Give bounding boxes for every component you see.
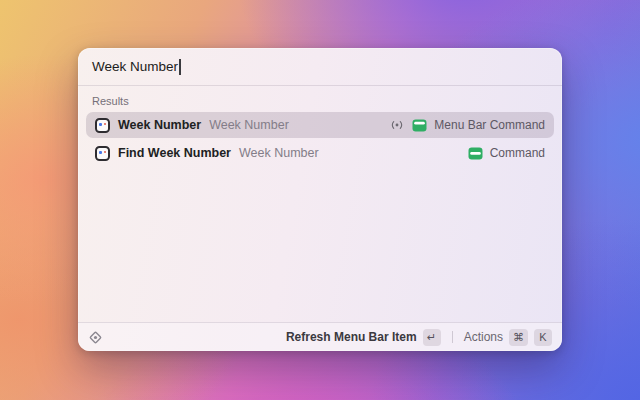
text-caret [179,59,181,75]
results-list: Week Number Week Number [78,112,562,168]
footer-divider [452,331,453,343]
result-type-label: Menu Bar Command [434,118,545,132]
empty-area [78,168,562,322]
result-title: Week Number [118,118,201,132]
primary-action-button[interactable]: Refresh Menu Bar Item [286,330,417,344]
result-subtitle: Week Number [209,118,289,132]
command-icon [468,147,483,160]
desktop-wallpaper: Week Number Results Week Number Week Num… [0,0,640,400]
results-section-header: Results [92,95,548,107]
result-row-find-week-number[interactable]: Find Week Number Week Number Command [86,140,554,166]
search-input[interactable]: Week Number [78,48,562,86]
result-row-week-number[interactable]: Week Number Week Number [86,112,554,138]
launcher-window: Week Number Results Week Number Week Num… [78,48,562,351]
result-type-label: Command [490,146,545,160]
k-key-badge: K [534,329,552,346]
diamond-script-icon [88,330,103,345]
extension-icon [95,118,110,133]
menu-bar-icon [412,119,427,132]
broadcast-icon [389,119,405,131]
search-input-value: Week Number [92,59,178,74]
extension-icon [95,146,110,161]
action-bar: Refresh Menu Bar Item ↵ Actions ⌘ K [78,322,562,351]
result-subtitle: Week Number [239,146,319,160]
actions-button[interactable]: Actions [464,330,503,344]
return-key-badge: ↵ [423,329,441,346]
result-title: Find Week Number [118,146,231,160]
cmd-key-badge: ⌘ [509,329,528,346]
